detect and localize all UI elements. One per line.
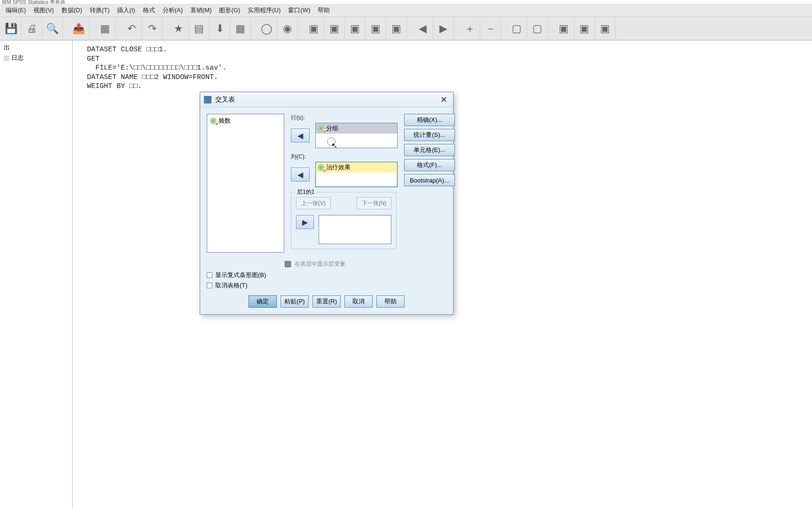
insert-case-icon[interactable]: ▦ bbox=[230, 18, 251, 39]
bar-chart-checkbox[interactable] bbox=[207, 272, 212, 278]
dim2-icon[interactable]: ▢ bbox=[527, 18, 548, 39]
menu-transform[interactable]: 转换(T) bbox=[86, 4, 114, 16]
menu-data[interactable]: 数据(D) bbox=[58, 4, 86, 16]
exact-button[interactable]: 精确(X)... bbox=[404, 114, 455, 126]
shape1-icon[interactable]: ◯ bbox=[257, 18, 277, 39]
help-button[interactable]: 帮助 bbox=[376, 295, 405, 308]
zoom-in-icon[interactable]: ＋ bbox=[460, 18, 480, 39]
toolbar: 💾 🖨 🔍 📤 ▦ ↶ ↷ ★ ▤ ⬇ ▦ ◯ ◉ ▣ ▣ ▣ ▣ ▣ ◀ ▶ … bbox=[0, 17, 812, 40]
menu-window[interactable]: 窗口(W) bbox=[284, 4, 314, 16]
layer-show-checkbox bbox=[285, 261, 291, 267]
move-to-cols-button[interactable]: ◀ bbox=[291, 167, 310, 182]
cancel-button[interactable]: 取消 bbox=[344, 295, 373, 308]
redo-icon[interactable]: ↷ bbox=[142, 18, 163, 39]
win2-icon[interactable]: ▣ bbox=[574, 18, 595, 39]
syntax-output: DATASET CLOSE □□□1. GET FILE='E:\□□\□□□□… bbox=[73, 40, 812, 96]
chart3-icon[interactable]: ▣ bbox=[345, 18, 366, 39]
shape2-icon[interactable]: ◉ bbox=[277, 18, 298, 39]
layer-next-button[interactable]: 下一张(N) bbox=[357, 197, 391, 209]
suppress-tables-checkbox[interactable] bbox=[207, 283, 212, 288]
win3-icon[interactable]: ▣ bbox=[595, 18, 616, 39]
chart1-icon[interactable]: ▣ bbox=[304, 18, 324, 39]
crosstabs-dialog: 交叉表 ✕ 频数 行(s): ◀ 分组 bbox=[200, 92, 453, 315]
cols-var-item[interactable]: 治疗效果 bbox=[316, 162, 397, 173]
dialog-icon bbox=[204, 96, 211, 103]
preview-icon[interactable]: 🔍 bbox=[42, 18, 63, 39]
layer-prev-button[interactable]: 上一张(V) bbox=[296, 197, 331, 209]
dialog-title-text: 交叉表 bbox=[215, 95, 235, 104]
reset-button[interactable]: 重置(R) bbox=[312, 295, 341, 308]
nav-back-icon[interactable]: ◀ bbox=[413, 18, 433, 39]
layer-show-label: 在表层中显示层变量 bbox=[295, 260, 345, 268]
outline-node-log[interactable]: 日志 bbox=[2, 53, 70, 63]
suppress-tables-label: 取消表格(T) bbox=[215, 281, 248, 290]
menu-view[interactable]: 视图(V) bbox=[30, 4, 57, 16]
outline-pane[interactable]: 出 日志 bbox=[0, 40, 73, 508]
layer-show-row: 在表层中显示层变量 bbox=[200, 256, 453, 270]
format-button[interactable]: 格式(F)... bbox=[404, 159, 455, 171]
move-to-rows-button[interactable]: ◀ bbox=[291, 128, 310, 143]
var-type-nominal-icon bbox=[318, 164, 324, 171]
menu-bar: 编辑(E) 视图(V) 数据(D) 转换(T) 插入(I) 格式 分析(A) 直… bbox=[0, 4, 812, 17]
undo-icon[interactable]: ↶ bbox=[121, 18, 142, 39]
menu-util[interactable]: 实用程序(U) bbox=[244, 4, 284, 16]
zoom-out-icon[interactable]: － bbox=[480, 18, 501, 39]
cells-button[interactable]: 单元格(E)... bbox=[404, 144, 455, 156]
statistics-button[interactable]: 统计量(S)... bbox=[404, 129, 455, 141]
source-var-label: 频数 bbox=[219, 117, 231, 125]
paste-button[interactable]: 粘贴(P) bbox=[281, 295, 309, 308]
save-icon[interactable]: 💾 bbox=[1, 18, 22, 39]
outline-node-output[interactable]: 出 bbox=[2, 42, 70, 53]
menu-analyze[interactable]: 分析(A) bbox=[159, 4, 187, 16]
insert-var-icon[interactable]: ⬇ bbox=[210, 18, 230, 39]
bar-chart-label: 显示复式条形图(B) bbox=[215, 271, 266, 279]
menu-direct[interactable]: 直销(M) bbox=[187, 4, 216, 16]
rows-label: 行(s): bbox=[291, 114, 398, 122]
dialog-button-row: 确定 粘贴(P) 重置(R) 取消 帮助 bbox=[200, 291, 453, 314]
source-variable-list[interactable]: 频数 bbox=[207, 114, 284, 253]
move-to-layer-button[interactable]: ▶ bbox=[296, 215, 314, 229]
var-type-nominal-icon bbox=[210, 118, 217, 124]
layer-frame: 层1的1 上一张(V) 下一张(N) ▶ bbox=[291, 192, 397, 249]
dialog-titlebar[interactable]: 交叉表 ✕ bbox=[200, 92, 453, 107]
var-type-nominal-icon bbox=[318, 125, 324, 132]
bootstrap-button[interactable]: Bootstrap(A)... bbox=[404, 174, 455, 186]
layer-list[interactable] bbox=[319, 215, 391, 244]
cols-list[interactable]: 治疗效果 bbox=[315, 162, 398, 187]
rows-var-label: 分组 bbox=[326, 124, 338, 133]
goto-case-icon[interactable]: ▤ bbox=[189, 18, 210, 39]
win1-icon[interactable]: ▣ bbox=[554, 18, 574, 39]
rows-list[interactable]: 分组 bbox=[315, 123, 398, 148]
export-icon[interactable]: 📤 bbox=[69, 18, 89, 39]
log-icon bbox=[4, 56, 9, 61]
chart4-icon[interactable]: ▣ bbox=[366, 18, 386, 39]
layer-title: 层1的1 bbox=[295, 188, 316, 196]
menu-insert[interactable]: 插入(I) bbox=[113, 4, 139, 16]
goto-icon[interactable]: ★ bbox=[168, 18, 189, 39]
rows-var-item[interactable]: 分组 bbox=[316, 123, 397, 134]
print-icon[interactable]: 🖨 bbox=[22, 18, 42, 39]
outline-node-log-label: 日志 bbox=[11, 54, 23, 61]
menu-edit[interactable]: 编辑(E) bbox=[2, 4, 30, 16]
source-var-item[interactable]: 频数 bbox=[209, 116, 282, 126]
window-title-bar: IBM SPSS Statistics 查看器 bbox=[0, 0, 812, 4]
close-icon[interactable]: ✕ bbox=[438, 95, 449, 105]
chart5-icon[interactable]: ▣ bbox=[386, 18, 407, 39]
chart2-icon[interactable]: ▣ bbox=[324, 18, 345, 39]
menu-format[interactable]: 格式 bbox=[139, 4, 159, 16]
recall-icon[interactable]: ▦ bbox=[95, 18, 116, 39]
cols-var-label: 治疗效果 bbox=[326, 163, 351, 172]
menu-help[interactable]: 帮助 bbox=[314, 4, 334, 16]
menu-graph[interactable]: 图形(G) bbox=[215, 4, 244, 16]
ok-button[interactable]: 确定 bbox=[249, 295, 277, 308]
nav-fwd-icon[interactable]: ▶ bbox=[433, 18, 454, 39]
cols-label: 列(C): bbox=[291, 153, 398, 161]
dim1-icon[interactable]: ▢ bbox=[507, 18, 527, 39]
